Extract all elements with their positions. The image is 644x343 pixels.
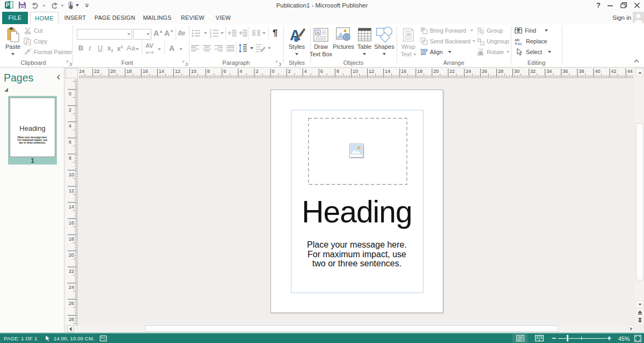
svg-text:16: 16 bbox=[401, 69, 406, 74]
svg-text:18: 18 bbox=[417, 69, 422, 74]
svg-text:24: 24 bbox=[79, 69, 85, 74]
svg-text:4: 4 bbox=[69, 123, 71, 129]
svg-text:26: 26 bbox=[482, 69, 487, 74]
svg-text:12: 12 bbox=[369, 69, 374, 74]
svg-text:28: 28 bbox=[69, 317, 74, 322]
svg-text:38: 38 bbox=[579, 69, 584, 74]
svg-text:ac: ac bbox=[517, 41, 522, 45]
svg-text:42: 42 bbox=[611, 69, 617, 74]
svg-text:30: 30 bbox=[514, 69, 519, 74]
svg-text:36: 36 bbox=[562, 69, 568, 74]
svg-text:16: 16 bbox=[143, 69, 148, 74]
svg-text:22: 22 bbox=[450, 69, 455, 74]
svg-text:8: 8 bbox=[207, 69, 210, 74]
svg-text:22: 22 bbox=[69, 269, 74, 274]
svg-text:6: 6 bbox=[223, 69, 226, 74]
svg-text:A: A bbox=[316, 30, 319, 35]
svg-text:20: 20 bbox=[434, 69, 439, 74]
svg-text:10: 10 bbox=[191, 69, 196, 74]
svg-text:20: 20 bbox=[69, 252, 74, 258]
svg-text:18: 18 bbox=[127, 69, 132, 74]
svg-text:8: 8 bbox=[69, 155, 71, 161]
svg-text:6: 6 bbox=[320, 69, 323, 74]
svg-text:16: 16 bbox=[69, 220, 74, 226]
svg-text:28: 28 bbox=[498, 69, 503, 74]
svg-text:2: 2 bbox=[255, 69, 258, 74]
svg-text:8: 8 bbox=[336, 69, 339, 74]
svg-text:22: 22 bbox=[94, 69, 99, 74]
svg-text:26: 26 bbox=[69, 301, 74, 306]
svg-text:32: 32 bbox=[530, 69, 536, 74]
svg-text:24: 24 bbox=[69, 285, 74, 290]
svg-text:2: 2 bbox=[288, 69, 291, 74]
svg-text:12: 12 bbox=[175, 69, 180, 74]
svg-text:A: A bbox=[479, 51, 482, 55]
svg-text:4: 4 bbox=[304, 69, 307, 74]
svg-text:14: 14 bbox=[69, 204, 74, 210]
svg-text:12: 12 bbox=[69, 188, 74, 193]
svg-text:24: 24 bbox=[466, 69, 471, 74]
svg-text:0: 0 bbox=[272, 69, 275, 74]
svg-text:44: 44 bbox=[627, 69, 633, 74]
svg-text:10: 10 bbox=[69, 172, 74, 177]
svg-text:18: 18 bbox=[69, 236, 74, 242]
svg-text:40: 40 bbox=[595, 69, 601, 74]
svg-text:34: 34 bbox=[546, 69, 552, 74]
svg-text:10: 10 bbox=[353, 69, 358, 74]
svg-text:0: 0 bbox=[69, 91, 71, 96]
svg-text:6: 6 bbox=[69, 139, 71, 145]
svg-text:14: 14 bbox=[385, 69, 390, 74]
svg-text:4: 4 bbox=[239, 69, 242, 74]
svg-text:20: 20 bbox=[111, 69, 116, 74]
svg-text:2: 2 bbox=[69, 107, 71, 113]
svg-text:14: 14 bbox=[159, 69, 164, 74]
